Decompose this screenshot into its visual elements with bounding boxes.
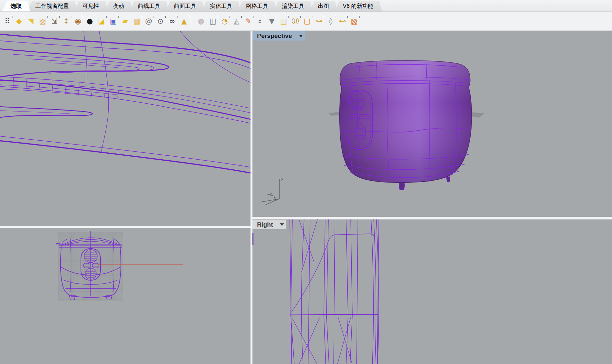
orange-cube-icon[interactable]: ▧ [348, 15, 360, 28]
tab-bar: 选取工作视窗配置可见性变动曲线工具曲面工具实体工具网格工具渲染工具出图V6 的新… [0, 0, 612, 12]
viewport-top-left[interactable] [0, 31, 250, 226]
model-3d-shaded: z x y [252, 31, 612, 217]
axis-z-label: z [281, 177, 284, 182]
select-surface-icon[interactable]: ▰ [119, 15, 131, 28]
tab-5[interactable]: 曲面工具 [165, 1, 205, 11]
tab-1[interactable]: 工作视窗配置 [27, 1, 77, 11]
viewport-title-right[interactable]: Right [252, 220, 286, 229]
main-toolbar: ⠿◆◥▨⇲↕◉●◪▣▰▦@⊙∞▲◍◫◔◭✎⌕▼▥Ⓤ▢⊶◊⊷▧ [0, 12, 612, 31]
chevron-down-icon [299, 35, 303, 37]
fence-select-icon[interactable]: ▥ [278, 15, 289, 28]
viewport-perspective[interactable]: Perspective [252, 31, 612, 217]
select-open-surface-icon[interactable]: ◪ [96, 15, 107, 28]
select-by-color-icon[interactable]: ◉ [72, 15, 84, 28]
model-right-wireframe [252, 219, 612, 364]
select-shapes-icon[interactable]: ◔ [219, 15, 231, 28]
tab-8[interactable]: 渲染工具 [273, 1, 313, 11]
tab-0[interactable]: 选取 [2, 1, 30, 11]
viewport-right[interactable]: Right [252, 219, 612, 364]
drag-mode-icon[interactable]: ↕ [60, 15, 72, 28]
magnifier-icon[interactable]: ⌕ [254, 15, 266, 28]
tab-7[interactable]: 网格工具 [237, 1, 277, 11]
select-chain-icon[interactable]: ∞ [166, 15, 178, 28]
tab-4[interactable]: 曲线工具 [129, 1, 169, 11]
viewport-title-perspective[interactable]: Perspective [252, 31, 305, 41]
select-objects-icon[interactable]: ◆ [13, 15, 25, 28]
select-sphere-icon[interactable]: ● [84, 15, 96, 28]
model-front-wireframe [0, 228, 250, 364]
tab-3[interactable]: 变动 [104, 1, 133, 11]
key-sparkle-icon[interactable]: ⊷ [337, 15, 348, 28]
select-curve-spiral-icon[interactable]: @ [143, 15, 155, 28]
select-box-wire-icon[interactable]: ◫ [207, 15, 219, 28]
move-points-icon[interactable]: ⇲ [48, 15, 60, 28]
select-point-cloud-icon[interactable]: ⊙ [155, 15, 166, 28]
select-sphere-gray-icon[interactable]: ◍ [195, 15, 207, 28]
tab-6[interactable]: 实体工具 [201, 1, 241, 11]
tab-10[interactable]: V6 的新功能 [334, 1, 382, 11]
axis-x-label: x [269, 191, 272, 197]
select-marquee-icon[interactable]: ▣ [107, 15, 119, 28]
wireframe-curves [0, 31, 250, 226]
viewport-area: Perspective [0, 31, 612, 364]
chevron-down-icon [280, 223, 284, 226]
viewport-front[interactable] [0, 228, 250, 364]
select-small-objects-icon[interactable]: ◭ [231, 15, 242, 28]
tab-2[interactable]: 可见性 [74, 1, 108, 11]
select-solid-icon[interactable]: ▲ [178, 15, 190, 28]
select-uv-icon[interactable]: Ⓤ [289, 15, 301, 28]
key-icon[interactable]: ⊶ [313, 15, 325, 28]
select-polysurface-icon[interactable]: ▦ [131, 15, 143, 28]
viewport-title-text[interactable]: Right [252, 220, 278, 229]
tab-9[interactable]: 出图 [309, 1, 338, 11]
viewport-menu-arrow[interactable] [297, 31, 305, 41]
overlap-hatch-select-icon[interactable]: ▨ [37, 15, 48, 28]
filter-icon[interactable]: ▼ [266, 15, 278, 28]
viewport-title-text[interactable]: Perspective [252, 31, 297, 41]
axis-y-label: y [274, 195, 277, 201]
viewport-menu-arrow[interactable] [278, 220, 286, 229]
brush-icon[interactable]: ✎ [242, 15, 254, 28]
tag-icon[interactable]: ◊ [325, 15, 337, 28]
lasso-select-icon[interactable]: ◥ [25, 15, 37, 28]
highlight-box-icon[interactable]: ▢ [301, 15, 313, 28]
points-grid-icon[interactable]: ⠿ [1, 15, 13, 28]
toolbar-divider [191, 16, 194, 27]
